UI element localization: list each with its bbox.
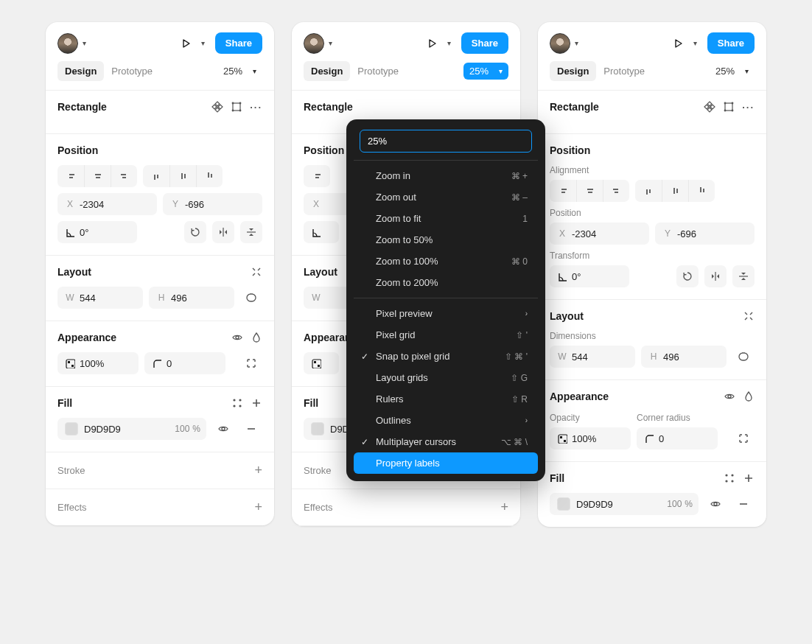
constrain-proportions-button[interactable]	[732, 346, 755, 368]
edit-frame-icon[interactable]	[723, 101, 735, 113]
flip-vertical-button[interactable]	[732, 265, 755, 287]
align-top-button[interactable]	[635, 180, 662, 202]
visibility-icon[interactable]	[231, 332, 243, 343]
individual-corners-button[interactable]	[732, 427, 755, 449]
more-icon[interactable]: ···	[250, 102, 262, 113]
avatar-chevron-icon[interactable]: ▾	[575, 39, 578, 47]
selection-name[interactable]: Rectangle	[57, 101, 107, 113]
flip-horizontal-button[interactable]	[212, 221, 234, 243]
component-icon[interactable]	[211, 101, 223, 113]
opacity-field[interactable]	[304, 352, 339, 374]
fill-swatch[interactable]	[311, 422, 324, 435]
component-icon[interactable]	[704, 101, 715, 113]
share-button[interactable]: Share	[461, 32, 508, 54]
rotate-90-button[interactable]	[676, 265, 699, 287]
rotation-field[interactable]: 0°	[550, 265, 629, 287]
zoom-menu-item[interactable]: ✓Multiplayer cursors⌥ ⌘ \	[354, 431, 538, 452]
blend-mode-icon[interactable]	[251, 332, 262, 343]
remove-fill-button[interactable]	[732, 493, 755, 515]
zoom-menu-item[interactable]: Zoom to fit1	[354, 208, 538, 229]
effects-section[interactable]: Effects+	[292, 489, 520, 526]
align-center-button[interactable]	[84, 165, 111, 187]
selection-name[interactable]: Rectangle	[550, 101, 599, 113]
zoom-menu-item[interactable]: Zoom to 100%⌘ 0	[354, 251, 538, 272]
preview-button[interactable]: ▾	[422, 35, 455, 52]
align-top-button[interactable]	[143, 165, 169, 187]
opacity-field[interactable]: 100%	[550, 427, 631, 449]
width-field[interactable]: W544	[550, 346, 635, 368]
add-effect-button[interactable]: +	[254, 500, 262, 515]
zoom-menu-item[interactable]: Zoom to 200%	[354, 272, 538, 293]
x-field[interactable]: X-2304	[57, 193, 157, 215]
fill-swatch[interactable]	[65, 422, 78, 435]
share-button[interactable]: Share	[707, 32, 755, 54]
more-icon[interactable]: ···	[742, 102, 755, 113]
zoom-menu-item[interactable]: Zoom out⌘ –	[354, 186, 538, 208]
align-center-button[interactable]	[576, 180, 603, 202]
align-bottom-button[interactable]	[688, 180, 715, 202]
autolayout-toggle-icon[interactable]	[743, 310, 755, 322]
align-left-button[interactable]	[304, 165, 330, 187]
x-field[interactable]: X-2304	[550, 223, 649, 245]
chevron-down-icon[interactable]: ▾	[693, 39, 697, 47]
zoom-menu-item[interactable]: Zoom to 50%	[354, 229, 538, 251]
opacity-field[interactable]: 100%	[57, 352, 139, 374]
autolayout-toggle-icon[interactable]	[251, 266, 262, 278]
rotation-field[interactable]: 0°	[57, 221, 137, 243]
blend-mode-icon[interactable]	[743, 391, 755, 402]
fill-visibility-button[interactable]	[212, 418, 234, 440]
add-fill-button[interactable]	[743, 472, 755, 484]
corner-radius-field[interactable]: 0	[637, 427, 718, 449]
avatar-chevron-icon[interactable]: ▾	[329, 39, 332, 47]
styles-icon[interactable]	[724, 472, 735, 484]
constrain-proportions-button[interactable]	[240, 287, 262, 309]
tab-design[interactable]: Design	[57, 61, 104, 81]
flip-horizontal-button[interactable]	[704, 265, 727, 287]
align-right-button[interactable]	[603, 180, 629, 202]
zoom-menu-item[interactable]: ✓Snap to pixel grid⇧ ⌘ '	[354, 346, 538, 367]
zoom-menu-item[interactable]: Outlines›	[354, 410, 538, 431]
zoom-menu-item[interactable]: Pixel preview›	[354, 303, 538, 324]
remove-fill-button[interactable]	[240, 418, 262, 440]
preview-button[interactable]: ▾	[668, 35, 701, 52]
y-field[interactable]: Y-696	[655, 223, 755, 245]
individual-corners-button[interactable]	[240, 352, 262, 374]
rotate-90-button[interactable]	[184, 221, 206, 243]
align-middle-button[interactable]	[169, 165, 196, 187]
height-field[interactable]: H496	[641, 346, 727, 368]
align-right-button[interactable]	[111, 165, 137, 187]
selection-name[interactable]: Rectangle	[304, 101, 353, 113]
styles-icon[interactable]	[231, 397, 243, 409]
zoom-input[interactable]: 25%	[360, 130, 532, 153]
align-left-button[interactable]	[550, 180, 576, 202]
zoom-menu-item[interactable]: Zoom in⌘ +	[354, 165, 538, 186]
avatar[interactable]	[57, 33, 78, 54]
align-left-button[interactable]	[57, 165, 84, 187]
tab-prototype[interactable]: Prototype	[104, 61, 160, 81]
fill-visibility-button[interactable]	[704, 493, 727, 515]
tab-prototype[interactable]: Prototype	[350, 61, 406, 81]
avatar[interactable]	[304, 33, 324, 54]
preview-button[interactable]: ▾	[176, 35, 209, 52]
rotation-field[interactable]	[304, 221, 339, 243]
stroke-section[interactable]: Stroke +	[46, 452, 274, 489]
add-stroke-button[interactable]: +	[254, 463, 262, 478]
tab-design[interactable]: Design	[550, 61, 596, 81]
height-field[interactable]: H496	[149, 287, 234, 309]
flip-vertical-button[interactable]	[240, 221, 262, 243]
corner-radius-field[interactable]: 0	[144, 352, 225, 374]
fill-color-field[interactable]: D9D9D9 100%	[550, 493, 699, 515]
zoom-menu-item[interactable]: Rulers⇧ R	[354, 388, 538, 410]
share-button[interactable]: Share	[215, 32, 262, 54]
add-fill-button[interactable]	[251, 397, 262, 409]
align-middle-button[interactable]	[662, 180, 688, 202]
y-field[interactable]: Y-696	[163, 193, 262, 215]
align-bottom-button[interactable]	[196, 165, 223, 187]
effects-section[interactable]: Effects +	[46, 489, 274, 525]
tab-prototype[interactable]: Prototype	[596, 61, 652, 81]
fill-color-field[interactable]: D9D9D9 100%	[57, 418, 206, 440]
zoom-menu-item[interactable]: Property labels	[354, 452, 538, 474]
fill-swatch[interactable]	[557, 497, 570, 511]
tab-design[interactable]: Design	[304, 61, 350, 81]
avatar[interactable]	[550, 33, 570, 54]
